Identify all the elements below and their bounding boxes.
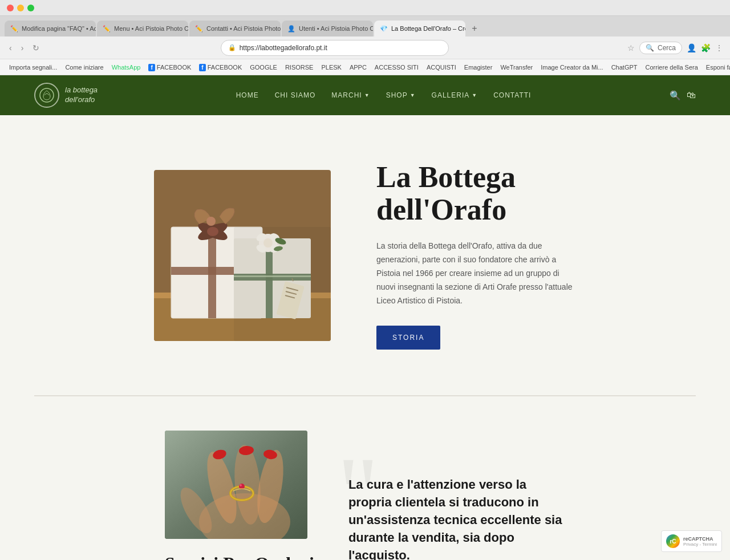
- star-icon[interactable]: ☆: [627, 43, 635, 52]
- bookmark-image-creator[interactable]: Image Creator da Mi...: [538, 63, 605, 72]
- tab-4-label: Utenti • Aci Pistoia Photo Contr...: [299, 25, 373, 32]
- logo-area[interactable]: la bottega dell'orafo: [34, 83, 98, 108]
- section-2-right: " La cura e l'attenzione verso la propri…: [348, 431, 565, 560]
- tab-1[interactable]: ✏️ Modifica pagina "FAQ" • Aci Pi... ✕: [5, 21, 96, 36]
- lock-icon: 🔒: [228, 44, 236, 51]
- storia-button[interactable]: STORIA: [376, 326, 440, 350]
- bookmark-wetransfer[interactable]: WeTransfer: [498, 63, 535, 72]
- site-header: la bottega dell'orafo HOME CHI SIAMO MAR…: [0, 75, 730, 115]
- tab-3[interactable]: ✏️ Contatti • Aci Pistoia Photo Co... ✕: [189, 21, 281, 36]
- tab-1-label: Modifica pagina "FAQ" • Aci Pi...: [22, 25, 96, 32]
- minimize-button[interactable]: [17, 5, 24, 11]
- svg-point-11: [206, 217, 216, 226]
- tab-2[interactable]: ✏️ Menu • Aci Pistoia Photo Conv... ✕: [97, 21, 188, 36]
- svg-rect-29: [234, 227, 331, 341]
- bookmark-facebook-2[interactable]: f FACEBOOK: [197, 63, 244, 72]
- nav-home[interactable]: HOME: [236, 91, 259, 99]
- bookmark-whatsapp[interactable]: WhatsApp: [110, 63, 143, 72]
- jewelry-image: [165, 431, 307, 539]
- nav-contatti[interactable]: CONTATTI: [493, 91, 531, 99]
- svg-point-43: [240, 484, 242, 486]
- tab-5-label: La Bottega Dell'Orafo – Creaz...: [391, 25, 465, 32]
- search-bar-mini[interactable]: 🔍 Cerca: [639, 42, 682, 54]
- logo-icon: [34, 83, 59, 108]
- address-bar: ‹ › ↻ 🔒 https://labottegadellorafo.pt.it…: [0, 36, 730, 59]
- window-controls[interactable]: [7, 5, 34, 11]
- svg-point-10: [207, 227, 218, 236]
- bookmark-google[interactable]: GOOGLE: [248, 63, 279, 72]
- bookmark-emagister[interactable]: Emagister: [462, 63, 495, 72]
- nav-icons: 🔍 🛍: [670, 90, 696, 101]
- profile-icon[interactable]: 👤: [687, 43, 696, 52]
- logo-line1: la bottega: [65, 86, 98, 95]
- shop-dropdown-icon: ▼: [410, 92, 416, 98]
- tab-5-favicon: 💎: [380, 25, 388, 33]
- logo-text: la bottega dell'orafo: [65, 86, 98, 105]
- bookmark-accesso-siti[interactable]: ACCESSO SITI: [372, 63, 421, 72]
- section-description: La storia della Bottega dell'Orafo, atti…: [376, 240, 576, 307]
- section-2-left: Servizi Per Orologi E Gioielli: [165, 431, 314, 560]
- tab-3-label: Contatti • Aci Pistoia Photo Co...: [206, 25, 281, 32]
- section-1-text: La Bottega dell'Orafo La storia della Bo…: [376, 161, 576, 350]
- bookmark-chatgpt[interactable]: ChatGPT: [609, 63, 640, 72]
- section-2-subtitle: Servizi Per Orologi E Gioielli: [165, 553, 314, 560]
- tab-2-favicon: ✏️: [103, 25, 111, 33]
- gift-image: [154, 170, 331, 341]
- search-nav-icon[interactable]: 🔍: [670, 90, 681, 101]
- recaptcha-label: reCAPTCHA: [683, 536, 717, 542]
- bookmark-risorse[interactable]: RISORSE: [283, 63, 316, 72]
- section-about: La Bottega dell'Orafo La storia della Bo…: [0, 115, 730, 395]
- menu-icon[interactable]: ⋮: [715, 43, 723, 52]
- recaptcha-subtext: Privacy - Termini: [683, 542, 717, 547]
- bookmarks-bar: Importa segnali... Come iniziare WhatsAp…: [0, 59, 730, 75]
- forward-button[interactable]: ›: [19, 41, 26, 55]
- bookmark-appc[interactable]: APPC: [347, 63, 369, 72]
- search-icon: 🔍: [646, 44, 654, 52]
- tab-2-label: Menu • Aci Pistoia Photo Conv...: [114, 25, 188, 32]
- recaptcha-logo: rC: [666, 534, 680, 548]
- marchi-dropdown-icon: ▼: [364, 92, 370, 98]
- nav-shop[interactable]: SHOP ▼: [386, 91, 416, 99]
- nav-chi-siamo[interactable]: CHI SIAMO: [275, 91, 316, 99]
- tab-4[interactable]: 👤 Utenti • Aci Pistoia Photo Contr... ✕: [282, 21, 373, 36]
- galleria-dropdown-icon: ▼: [472, 92, 477, 98]
- maximize-button[interactable]: [27, 5, 34, 11]
- tab-3-favicon: ✏️: [195, 25, 203, 33]
- section-2-quote: La cura e l'attenzione verso la propria …: [348, 476, 565, 560]
- back-button[interactable]: ‹: [7, 41, 14, 55]
- bookmark-acquisti[interactable]: ACQUISTI: [424, 63, 459, 72]
- url-bar[interactable]: 🔒 https://labottegadellorafo.pt.it: [221, 40, 449, 56]
- nav-galleria[interactable]: GALLERIA ▼: [432, 91, 478, 99]
- nav-marchi[interactable]: MARCHI ▼: [331, 91, 370, 99]
- svg-rect-7: [208, 227, 216, 318]
- search-placeholder: Cerca: [658, 44, 676, 52]
- bookmark-facebook-1[interactable]: f FACEBOOK: [146, 63, 193, 72]
- close-button[interactable]: [7, 5, 14, 11]
- tab-1-favicon: ✏️: [10, 25, 18, 33]
- tab-bar: ✏️ Modifica pagina "FAQ" • Aci Pi... ✕ ✏…: [0, 16, 730, 36]
- recaptcha-badge: rC reCAPTCHA Privacy - Termini: [661, 530, 722, 552]
- bookmark-esponi[interactable]: Esponi facilmente c...: [704, 63, 730, 72]
- reload-button[interactable]: ↻: [30, 41, 42, 55]
- titlebar: [0, 0, 730, 16]
- browser-actions: ☆ 🔍 Cerca 👤 🧩 ⋮: [627, 42, 723, 54]
- bookmark-import[interactable]: Importa segnali...: [7, 63, 59, 72]
- website: la bottega dell'orafo HOME CHI SIAMO MAR…: [0, 75, 730, 560]
- extension-icon[interactable]: 🧩: [701, 43, 711, 52]
- logo-line2: dell'orafo: [65, 95, 98, 105]
- cart-nav-icon[interactable]: 🛍: [687, 90, 696, 100]
- recaptcha-text: reCAPTCHA Privacy - Termini: [683, 536, 717, 547]
- bookmark-corriere[interactable]: Corriere della Sera: [643, 63, 700, 72]
- bookmark-plesk[interactable]: PLESK: [319, 63, 343, 72]
- site-nav: HOME CHI SIAMO MARCHI ▼ SHOP ▼ GALLERIA …: [236, 91, 532, 99]
- tab-4-favicon: 👤: [287, 25, 295, 33]
- url-text: https://labottegadellorafo.pt.it: [240, 44, 327, 52]
- new-tab-button[interactable]: +: [467, 21, 482, 36]
- bookmark-come-iniziare[interactable]: Come iniziare: [63, 63, 106, 72]
- section-title: La Bottega dell'Orafo: [376, 161, 576, 226]
- tab-5[interactable]: 💎 La Bottega Dell'Orafo – Creaz... ✕: [374, 21, 465, 36]
- section-services: Servizi Per Orologi E Gioielli " La cura…: [0, 396, 730, 560]
